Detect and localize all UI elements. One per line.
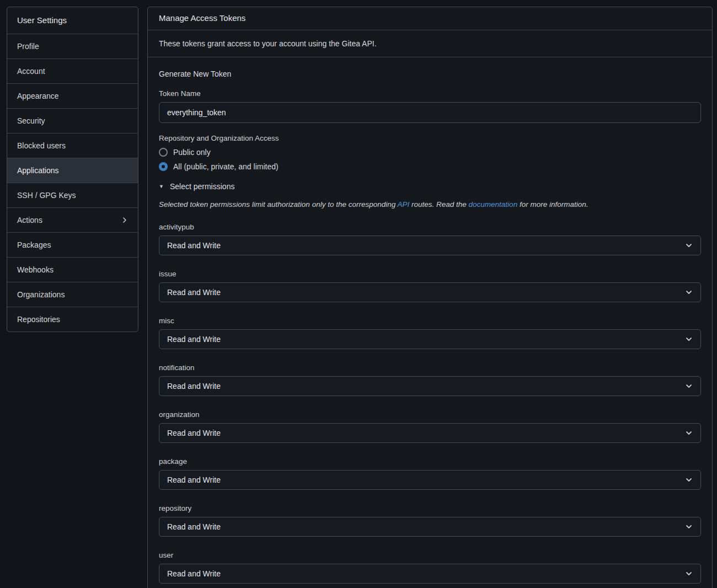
repo-org-access-label: Repository and Organization Access	[159, 134, 701, 142]
permission-name: repository	[159, 504, 701, 512]
sidebar-item-label: Appearance	[17, 92, 59, 100]
sidebar-item-account[interactable]: Account	[7, 59, 138, 84]
documentation-link[interactable]: documentation	[469, 200, 518, 209]
note-text: for more information.	[517, 200, 588, 209]
permissions-note: Selected token permissions limit authori…	[159, 200, 701, 209]
permission-select-user[interactable]: Read and Write	[159, 564, 701, 584]
caret-down-icon: ▼	[159, 184, 164, 189]
permission-name: package	[159, 457, 701, 466]
sidebar-item-ssh-gpg-keys[interactable]: SSH / GPG Keys	[7, 183, 138, 208]
api-link[interactable]: API	[397, 200, 409, 209]
sidebar-item-blocked-users[interactable]: Blocked users	[7, 133, 138, 158]
sidebar-title: User Settings	[7, 7, 138, 34]
sidebar-item-label: Repositories	[17, 315, 60, 324]
selected-option: Read and Write	[167, 429, 221, 437]
radio-label: Public only	[173, 148, 211, 157]
sidebar-item-webhooks[interactable]: Webhooks	[7, 258, 138, 282]
sidebar-item-label: Blocked users	[17, 141, 66, 150]
chevron-down-icon	[685, 523, 693, 531]
chevron-right-icon	[121, 217, 128, 223]
sidebar-item-label: Packages	[17, 240, 51, 249]
user-settings-page: User Settings Profile Account Appearance…	[0, 0, 717, 588]
permission-select-activitypub[interactable]: Read and Write	[159, 236, 701, 255]
selected-option: Read and Write	[167, 288, 221, 297]
sidebar-item-organizations[interactable]: Organizations	[7, 282, 138, 307]
chevron-down-icon	[685, 570, 693, 578]
sidebar-item-packages[interactable]: Packages	[7, 233, 138, 258]
sidebar-item-repositories[interactable]: Repositories	[7, 307, 138, 332]
permission-name: issue	[159, 270, 701, 278]
note-text: Selected token permissions limit authori…	[159, 200, 397, 209]
sidebar-item-security[interactable]: Security	[7, 109, 138, 133]
selected-option: Read and Write	[167, 382, 221, 391]
sidebar-item-appearance[interactable]: Appearance	[7, 84, 138, 109]
sidebar-item-applications[interactable]: Applications	[7, 158, 138, 183]
permission-select-notification[interactable]: Read and Write	[159, 376, 701, 396]
select-permissions-toggle[interactable]: ▼ Select permissions	[159, 182, 701, 191]
permission-select-organization[interactable]: Read and Write	[159, 423, 701, 443]
settings-sidebar: User Settings Profile Account Appearance…	[7, 7, 138, 332]
sidebar-item-label: Webhooks	[17, 265, 53, 274]
sidebar-item-profile[interactable]: Profile	[7, 34, 138, 59]
selected-option: Read and Write	[167, 569, 221, 578]
sidebar-item-label: SSH / GPG Keys	[17, 191, 76, 200]
chevron-down-icon	[685, 288, 693, 296]
permission-name: misc	[159, 317, 701, 325]
sidebar-item-label: Applications	[17, 166, 59, 175]
selected-option: Read and Write	[167, 241, 221, 250]
sidebar-item-label: Profile	[17, 42, 39, 51]
permission-name: user	[159, 551, 701, 559]
sidebar-item-label: Organizations	[17, 290, 65, 299]
token-name-label: Token Name	[159, 89, 701, 98]
note-text: routes. Read the	[409, 200, 468, 209]
permission-select-package[interactable]: Read and Write	[159, 470, 701, 490]
permission-select-misc[interactable]: Read and Write	[159, 329, 701, 349]
radio-public-only[interactable]: Public only	[159, 148, 701, 157]
generate-token-form: Generate New Token Token Name Repository…	[148, 57, 712, 588]
chevron-down-icon	[685, 476, 693, 484]
chevron-down-icon	[685, 382, 693, 390]
panel-description: These tokens grant access to your accoun…	[148, 30, 712, 57]
sidebar-item-label: Security	[17, 116, 45, 125]
radio-unchecked-icon	[159, 148, 168, 157]
radio-checked-icon	[159, 162, 168, 171]
chevron-down-icon	[685, 335, 693, 343]
sidebar-item-label: Account	[17, 67, 45, 76]
manage-access-tokens-panel: Manage Access Tokens These tokens grant …	[147, 7, 713, 588]
selected-option: Read and Write	[167, 475, 221, 484]
chevron-down-icon	[685, 242, 693, 249]
select-permissions-label: Select permissions	[170, 182, 235, 191]
permission-select-issue[interactable]: Read and Write	[159, 282, 701, 302]
selected-option: Read and Write	[167, 522, 221, 531]
selected-option: Read and Write	[167, 335, 221, 344]
sidebar-item-label: Actions	[17, 216, 42, 224]
generate-new-token-heading: Generate New Token	[159, 70, 701, 78]
token-name-input[interactable]	[159, 102, 701, 123]
permission-name: notification	[159, 364, 701, 372]
chevron-down-icon	[685, 429, 693, 437]
permission-name: activitypub	[159, 223, 701, 231]
radio-label: All (public, private, and limited)	[173, 162, 279, 171]
panel-title: Manage Access Tokens	[148, 7, 712, 30]
sidebar-item-actions[interactable]: Actions	[7, 208, 138, 233]
permission-select-repository[interactable]: Read and Write	[159, 517, 701, 537]
permission-name: organization	[159, 410, 701, 419]
radio-all-access[interactable]: All (public, private, and limited)	[159, 162, 701, 171]
